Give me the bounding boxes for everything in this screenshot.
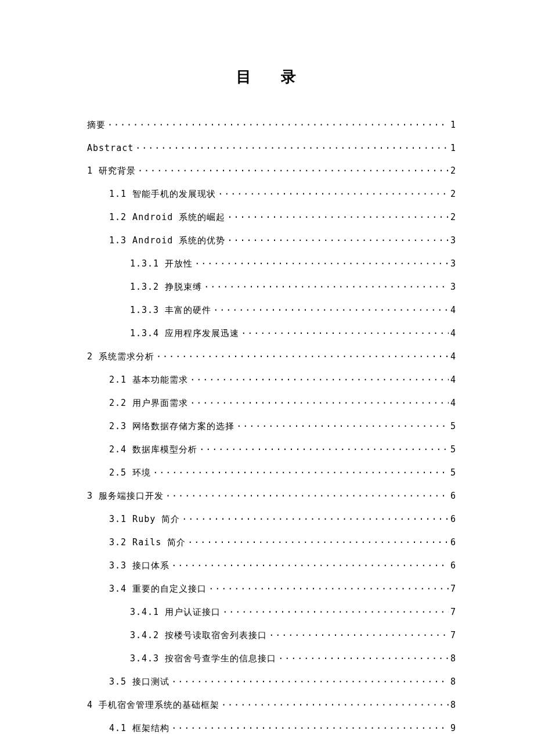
toc-entry[interactable]: 2.3 网络数据存储方案的选择5 [87,420,456,432]
toc-entry[interactable]: 1.3.4 应用程序发展迅速4 [87,327,456,339]
toc-dot-leader [171,560,449,568]
toc-entry[interactable]: 1 研究背景2 [87,165,456,177]
toc-entry[interactable]: 1.3.3 丰富的硬件4 [87,304,456,316]
toc-entry-label: 摘要 [87,120,106,131]
toc-entry-label: 3.4.1 用户认证接口 [130,607,221,618]
toc-entry-page: 4 [450,398,456,408]
toc-entry-page: 4 [450,351,456,362]
toc-entry[interactable]: 1.2 Android 系统的崛起2 [87,211,456,223]
toc-entry-label: 3.2 Rails 简介 [109,537,186,548]
toc-entry[interactable]: 2 系统需求分析4 [87,351,456,362]
toc-entry-label: 3.1 Ruby 简介 [109,514,180,525]
toc-entry-label: Abstract [87,143,134,153]
toc-entry-label: 2.1 基本功能需求 [109,375,188,386]
toc-entry[interactable]: 3.3 接口体系6 [87,560,456,571]
toc-entry-label: 1.3.2 挣脱束缚 [130,282,202,293]
toc-entry-label: 1.3 Android 系统的优势 [109,235,225,246]
toc-entry-label: 3.4.3 按宿舍号查学生的信息接口 [130,653,276,664]
toc-entry-page: 8 [450,700,456,710]
toc-entry-page: 2 [450,212,456,222]
toc-entry-page: 1 [450,143,456,153]
toc-dot-leader [213,304,449,313]
toc-entry-page: 7 [450,584,456,594]
toc-dot-leader [227,211,449,220]
toc-entry[interactable]: 3.2 Rails 简介6 [87,537,456,548]
toc-entry-label: 1.3.4 应用程序发展迅速 [130,328,239,339]
toc-entry-page: 1 [450,120,456,130]
toc-entry-page: 7 [450,630,456,640]
toc-entry-label: 1 研究背景 [87,165,136,177]
toc-entry-page: 5 [450,444,456,455]
toc-entry-label: 3.5 接口测试 [109,676,169,687]
toc-entry-label: 3.4.2 按楼号读取宿舍列表接口 [130,630,267,641]
toc-entry[interactable]: 1.3.2 挣脱束缚3 [87,281,456,293]
toc-entry[interactable]: 3.4.2 按楼号读取宿舍列表接口7 [87,629,456,641]
toc-dot-leader [190,374,449,383]
toc-entry-label: 1.3.3 丰富的硬件 [130,305,211,316]
toc-entry-label: 3.4 重要的自定义接口 [109,584,207,595]
toc-entry[interactable]: 3.4 重要的自定义接口7 [87,583,456,595]
toc-entry-page: 9 [450,723,456,733]
toc-entry-page: 5 [450,421,456,431]
toc-entry[interactable]: 4 手机宿舍管理系统的基础框架8 [87,699,456,711]
toc-entry[interactable]: 3 服务端接口开发6 [87,490,456,502]
toc-dot-leader [171,676,449,685]
toc-entry-label: 2 系统需求分析 [87,351,154,362]
toc-entry[interactable]: 2.4 数据库模型分析5 [87,444,456,455]
toc-entry-label: 4.1 框架结构 [109,723,169,734]
toc-entry-page: 4 [450,375,456,385]
toc-dot-leader [208,583,449,592]
toc-entry[interactable]: 3.4.3 按宿舍号查学生的信息接口8 [87,653,456,664]
toc-entry-label: 2.4 数据库模型分析 [109,444,197,455]
toc-entry-label: 3 服务端接口开发 [87,491,164,502]
toc-entry-label: 4 手机宿舍管理系统的基础框架 [87,700,219,711]
toc-entry[interactable]: 1.3.1 开放性3 [87,258,456,269]
toc-dot-leader [278,653,449,661]
toc-dot-leader [165,490,449,499]
toc-dot-leader [171,722,449,731]
toc-dot-leader [194,258,449,267]
toc-entry-label: 2.3 网络数据存储方案的选择 [109,421,234,432]
toc-dot-leader [227,235,449,243]
toc-entry[interactable]: 3.1 Ruby 简介6 [87,513,456,525]
toc-entry-page: 4 [450,328,456,339]
toc-entry-label: 2.2 用户界面需求 [109,398,188,409]
toc-dot-leader [190,397,449,406]
toc-entry-page: 8 [450,653,456,664]
toc-dot-leader [187,537,449,545]
toc-entry-label: 1.1 智能手机的发展现状 [109,189,216,200]
toc-entry[interactable]: 3.4.1 用户认证接口7 [87,606,456,618]
toc-dot-leader [107,119,449,128]
toc-dot-leader [135,142,449,151]
toc-entry[interactable]: 3.5 接口测试8 [87,676,456,687]
toc-dot-leader [269,629,449,638]
toc-dot-leader [221,699,449,708]
toc-dot-leader [156,351,449,359]
toc-entry[interactable]: 1.3 Android 系统的优势3 [87,235,456,246]
table-of-contents: 摘要1Abstract11 研究背景21.1 智能手机的发展现状21.2 And… [87,119,456,734]
toc-entry-label: 2.5 环境 [109,467,151,478]
toc-entry[interactable]: 2.1 基本功能需求4 [87,374,456,386]
toc-entry[interactable]: 2.2 用户界面需求4 [87,397,456,409]
toc-entry-page: 3 [450,235,456,246]
toc-dot-leader [138,165,449,174]
toc-dot-leader [218,188,449,197]
toc-dot-leader [153,467,449,476]
toc-entry-page: 2 [450,189,456,199]
toc-dot-leader [222,606,449,615]
toc-dot-leader [236,420,449,429]
toc-entry[interactable]: 4.1 框架结构9 [87,722,456,734]
toc-entry[interactable]: 摘要1 [87,119,456,131]
toc-dot-leader [199,444,449,452]
toc-entry-page: 6 [450,491,456,501]
toc-entry[interactable]: 2.5 环境5 [87,467,456,478]
toc-entry-page: 5 [450,467,456,478]
toc-entry-page: 3 [450,258,456,269]
toc-entry[interactable]: 1.1 智能手机的发展现状2 [87,188,456,200]
toc-entry-label: 1.2 Android 系统的崛起 [109,212,225,223]
toc-entry-label: 3.3 接口体系 [109,560,169,571]
toc-entry-page: 3 [450,282,456,292]
toc-entry[interactable]: Abstract1 [87,142,456,153]
toc-entry-page: 6 [450,514,456,524]
toc-entry-page: 6 [450,560,456,571]
